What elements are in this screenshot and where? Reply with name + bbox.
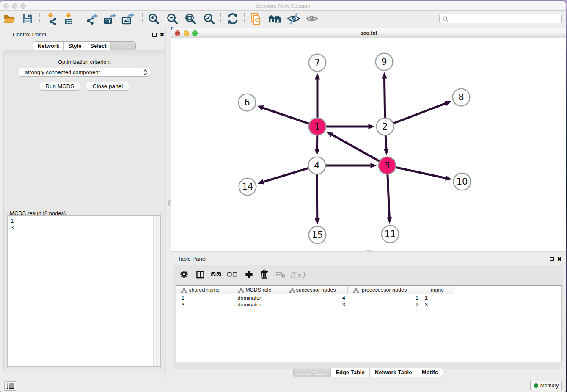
- criterion-select[interactable]: strongly connected component: [19, 68, 150, 77]
- deselect-all-rows-button[interactable]: [226, 268, 239, 282]
- eye-icon: [305, 12, 319, 27]
- graph-node-2[interactable]: 2: [377, 118, 394, 135]
- table-panel: Table Panel ✖ f(x) shared name MCDS role…: [171, 251, 566, 378]
- result-item[interactable]: 1: [11, 218, 14, 224]
- column-header-MCDS-role[interactable]: MCDS role: [233, 286, 285, 294]
- tab-network-table[interactable]: Network Table: [370, 368, 417, 377]
- task-history-button[interactable]: [4, 381, 16, 391]
- column-header-successor-nodes[interactable]: successor nodes: [284, 286, 348, 294]
- run-mcds-button[interactable]: Run MCDS: [40, 82, 80, 91]
- tab-node-table[interactable]: Node Table: [294, 368, 331, 377]
- svg-text:2: 2: [382, 121, 388, 132]
- control-panel-tabbar: NetworkStyleSelectMCDS: [33, 41, 136, 51]
- hide-selected-button[interactable]: [286, 13, 301, 26]
- plus-icon: [245, 270, 253, 281]
- memory-button[interactable]: Memory: [530, 381, 562, 390]
- result-list-scrollbar[interactable]: [153, 216, 160, 366]
- cell-MCDS-role: dominator: [233, 295, 285, 301]
- duplicate-network-button[interactable]: [248, 13, 264, 26]
- network-canvas[interactable]: 7968124314101511: [171, 38, 566, 251]
- graph-node-9[interactable]: 9: [376, 53, 393, 71]
- zoom-out-button[interactable]: [165, 13, 180, 26]
- svg-text:15: 15: [312, 230, 323, 240]
- table-panel-float-icon[interactable]: [550, 257, 554, 261]
- open-folder-icon: [3, 13, 16, 26]
- update-view-button[interactable]: [225, 13, 240, 26]
- export-network-button[interactable]: [85, 13, 100, 26]
- graph-node-15[interactable]: 15: [309, 226, 326, 244]
- control-panel-float-icon[interactable]: [152, 33, 157, 37]
- graph-node-1[interactable]: 1: [309, 118, 326, 135]
- zoom-fit-button[interactable]: [183, 13, 198, 26]
- column-header-predecessor-nodes[interactable]: predecessor nodes: [348, 286, 421, 294]
- open-session-button[interactable]: [2, 13, 17, 26]
- split-view-icon: [196, 270, 205, 281]
- result-item[interactable]: 3: [11, 224, 14, 231]
- tab-style[interactable]: Style: [64, 42, 86, 50]
- graph-node-11[interactable]: 11: [382, 226, 399, 243]
- import-network-button[interactable]: [43, 13, 58, 26]
- tab-select[interactable]: Select: [86, 42, 111, 50]
- select-chevron-icon: [143, 69, 148, 75]
- node-table[interactable]: shared name MCDS role successor nodes pr…: [176, 285, 562, 362]
- table-row[interactable]: 1dominator411: [176, 295, 561, 301]
- memory-button-label: Memory: [540, 383, 559, 389]
- search-input[interactable]: [451, 15, 560, 23]
- function-builder-button[interactable]: f(x): [291, 268, 304, 282]
- close-panel-button[interactable]: Close panel: [86, 82, 129, 91]
- mcds-result-group: MCDS result (2 nodes) 13: [6, 213, 162, 368]
- cell-successor-nodes: 3: [284, 301, 348, 308]
- search-box[interactable]: [439, 14, 562, 23]
- cell-predecessor-nodes: 2: [348, 301, 421, 308]
- tab-edge-table[interactable]: Edge Table: [331, 368, 370, 377]
- save-icon: [22, 13, 33, 26]
- toolbar-separator: [244, 13, 245, 24]
- optimization-criterion-label: Optimization criterion:: [4, 59, 165, 65]
- show-neighbors-button[interactable]: [267, 13, 282, 26]
- zoom-in-icon: [147, 12, 160, 27]
- mcds-result-list[interactable]: 13: [7, 215, 161, 367]
- export-image-button[interactable]: [121, 13, 136, 26]
- graph-node-7[interactable]: 7: [309, 54, 326, 72]
- zoom-selected-button[interactable]: [201, 13, 217, 26]
- graph-node-14[interactable]: 14: [239, 178, 256, 196]
- graph-node-8[interactable]: 8: [453, 89, 470, 106]
- table-row[interactable]: 3dominator323: [176, 301, 561, 308]
- show-hidden-button[interactable]: [304, 13, 319, 26]
- svg-text:10: 10: [457, 177, 468, 187]
- table-panel-close-icon[interactable]: ✖: [557, 257, 562, 262]
- column-layout-button[interactable]: [193, 268, 207, 282]
- column-header-name[interactable]: name: [421, 286, 454, 294]
- graph-node-4[interactable]: 4: [308, 157, 326, 174]
- cell-name: 1: [421, 295, 454, 301]
- cell-successor-nodes: 4: [284, 295, 348, 301]
- import-table-button[interactable]: [61, 13, 76, 26]
- zoom-in-button[interactable]: [146, 13, 161, 26]
- tab-mcds[interactable]: MCDS: [111, 42, 135, 50]
- svg-text:8: 8: [458, 92, 464, 102]
- control-panel-close-icon[interactable]: ✖: [160, 32, 165, 37]
- panel-divider: [165, 27, 166, 378]
- delete-column-button[interactable]: [258, 268, 271, 282]
- export-table-button[interactable]: [102, 13, 118, 26]
- add-column-button[interactable]: [242, 268, 256, 282]
- network-frame-titlebar[interactable]: ✕ − + scc.txt: [171, 28, 566, 38]
- window-titlebar[interactable]: Session: New Session: [0, 1, 566, 11]
- delete-table-button[interactable]: [274, 268, 287, 282]
- column-header-shared-name[interactable]: shared name: [176, 286, 233, 294]
- table-card: f(x) shared name MCDS role successor nod…: [173, 265, 563, 369]
- svg-text:7: 7: [314, 58, 320, 68]
- save-session-button[interactable]: [20, 13, 35, 26]
- graph-node-3[interactable]: 3: [379, 157, 396, 174]
- table-settings-button[interactable]: [177, 268, 191, 282]
- toolbar-separator: [142, 13, 143, 24]
- refresh-icon: [226, 12, 239, 27]
- select-all-rows-button[interactable]: [209, 268, 223, 282]
- graph-node-6[interactable]: 6: [239, 94, 256, 111]
- tab-network[interactable]: Network: [33, 42, 64, 50]
- graph-node-10[interactable]: 10: [454, 173, 471, 190]
- export-image-icon: [121, 12, 135, 27]
- list-icon: [6, 383, 14, 389]
- tab-motifs[interactable]: Motifs: [417, 368, 443, 377]
- toolbar-separator: [220, 13, 221, 24]
